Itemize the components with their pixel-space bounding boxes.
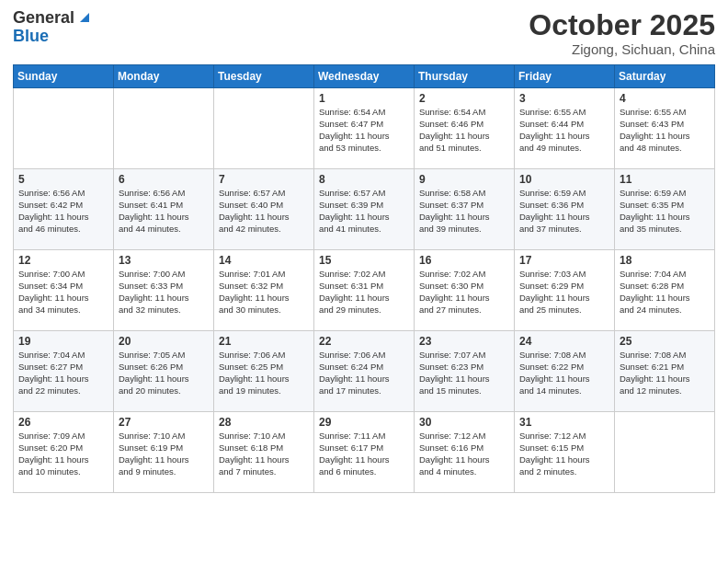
day-number: 17: [519, 254, 609, 267]
table-row: 23Sunrise: 7:07 AM Sunset: 6:23 PM Dayli…: [415, 331, 515, 412]
day-number: 13: [119, 254, 209, 267]
day-info: Sunrise: 7:06 AM Sunset: 6:25 PM Dayligh…: [219, 350, 309, 396]
day-number: 25: [620, 335, 710, 348]
day-number: 3: [519, 92, 609, 105]
table-row: 17Sunrise: 7:03 AM Sunset: 6:29 PM Dayli…: [515, 250, 615, 331]
day-info: Sunrise: 6:56 AM Sunset: 6:41 PM Dayligh…: [119, 188, 209, 235]
table-row: 24Sunrise: 7:08 AM Sunset: 6:22 PM Dayli…: [515, 331, 615, 412]
logo: General Blue: [13, 9, 91, 46]
table-row: 16Sunrise: 7:02 AM Sunset: 6:30 PM Dayli…: [415, 250, 515, 331]
day-number: 27: [119, 416, 209, 429]
calendar-week-row: 1Sunrise: 6:54 AM Sunset: 6:47 PM Daylig…: [14, 88, 715, 169]
table-row: 5Sunrise: 6:56 AM Sunset: 6:42 PM Daylig…: [14, 169, 114, 250]
day-info: Sunrise: 6:59 AM Sunset: 6:35 PM Dayligh…: [620, 188, 710, 235]
day-number: 16: [419, 254, 509, 267]
day-info: Sunrise: 7:09 AM Sunset: 6:20 PM Dayligh…: [18, 431, 108, 477]
day-info: Sunrise: 7:08 AM Sunset: 6:21 PM Dayligh…: [620, 350, 710, 396]
logo-triangle-icon: [76, 9, 91, 24]
day-number: 31: [519, 416, 609, 429]
table-row: 14Sunrise: 7:01 AM Sunset: 6:32 PM Dayli…: [214, 250, 314, 331]
day-info: Sunrise: 7:00 AM Sunset: 6:33 PM Dayligh…: [119, 269, 209, 316]
table-row: 30Sunrise: 7:12 AM Sunset: 6:16 PM Dayli…: [415, 412, 515, 493]
day-info: Sunrise: 6:56 AM Sunset: 6:42 PM Dayligh…: [18, 188, 108, 235]
day-info: Sunrise: 7:02 AM Sunset: 6:30 PM Dayligh…: [419, 269, 509, 316]
table-row: 19Sunrise: 7:04 AM Sunset: 6:27 PM Dayli…: [14, 331, 114, 412]
header-saturday: Saturday: [615, 65, 715, 88]
table-row: 12Sunrise: 7:00 AM Sunset: 6:34 PM Dayli…: [14, 250, 114, 331]
calendar-week-row: 26Sunrise: 7:09 AM Sunset: 6:20 PM Dayli…: [14, 412, 715, 493]
day-number: 1: [319, 92, 409, 105]
table-row: 7Sunrise: 6:57 AM Sunset: 6:40 PM Daylig…: [214, 169, 314, 250]
day-info: Sunrise: 7:02 AM Sunset: 6:31 PM Dayligh…: [319, 269, 409, 316]
logo-blue-text: Blue: [13, 27, 49, 45]
day-number: 28: [219, 416, 309, 429]
table-row: 11Sunrise: 6:59 AM Sunset: 6:35 PM Dayli…: [615, 169, 715, 250]
day-number: 10: [519, 173, 609, 186]
table-row: 13Sunrise: 7:00 AM Sunset: 6:33 PM Dayli…: [114, 250, 214, 331]
day-number: 23: [419, 335, 509, 348]
table-row: 25Sunrise: 7:08 AM Sunset: 6:21 PM Dayli…: [615, 331, 715, 412]
page-container: General Blue October 2025 Zigong, Sichua…: [0, 0, 728, 563]
day-number: 2: [419, 92, 509, 105]
table-row: 18Sunrise: 7:04 AM Sunset: 6:28 PM Dayli…: [615, 250, 715, 331]
day-info: Sunrise: 6:58 AM Sunset: 6:37 PM Dayligh…: [419, 188, 509, 235]
table-row: 21Sunrise: 7:06 AM Sunset: 6:25 PM Dayli…: [214, 331, 314, 412]
day-number: 24: [519, 335, 609, 348]
table-row: 6Sunrise: 6:56 AM Sunset: 6:41 PM Daylig…: [114, 169, 214, 250]
day-number: 22: [319, 335, 409, 348]
day-info: Sunrise: 7:12 AM Sunset: 6:16 PM Dayligh…: [419, 431, 509, 477]
table-row: 29Sunrise: 7:11 AM Sunset: 6:17 PM Dayli…: [314, 412, 415, 493]
header-friday: Friday: [515, 65, 615, 88]
table-row: 28Sunrise: 7:10 AM Sunset: 6:18 PM Dayli…: [214, 412, 314, 493]
header-thursday: Thursday: [415, 65, 515, 88]
day-number: 21: [219, 335, 309, 348]
calendar-location: Zigong, Sichuan, China: [529, 41, 715, 57]
table-row: 8Sunrise: 6:57 AM Sunset: 6:39 PM Daylig…: [314, 169, 415, 250]
day-info: Sunrise: 7:08 AM Sunset: 6:22 PM Dayligh…: [519, 350, 609, 396]
table-row: [14, 88, 114, 169]
day-number: 18: [620, 254, 710, 267]
day-number: 9: [419, 173, 509, 186]
day-info: Sunrise: 7:10 AM Sunset: 6:18 PM Dayligh…: [219, 431, 309, 477]
weekday-header-row: Sunday Monday Tuesday Wednesday Thursday…: [14, 65, 715, 88]
day-number: 20: [119, 335, 209, 348]
header-tuesday: Tuesday: [214, 65, 314, 88]
day-info: Sunrise: 6:54 AM Sunset: 6:46 PM Dayligh…: [419, 107, 509, 154]
header-monday: Monday: [114, 65, 214, 88]
table-row: [214, 88, 314, 169]
calendar-week-row: 12Sunrise: 7:00 AM Sunset: 6:34 PM Dayli…: [14, 250, 715, 331]
day-number: 15: [319, 254, 409, 267]
day-info: Sunrise: 6:55 AM Sunset: 6:43 PM Dayligh…: [620, 107, 710, 154]
table-row: 2Sunrise: 6:54 AM Sunset: 6:46 PM Daylig…: [415, 88, 515, 169]
table-row: 4Sunrise: 6:55 AM Sunset: 6:43 PM Daylig…: [615, 88, 715, 169]
day-number: 30: [419, 416, 509, 429]
day-info: Sunrise: 7:11 AM Sunset: 6:17 PM Dayligh…: [319, 431, 409, 477]
table-row: 27Sunrise: 7:10 AM Sunset: 6:19 PM Dayli…: [114, 412, 214, 493]
table-row: [114, 88, 214, 169]
day-info: Sunrise: 7:07 AM Sunset: 6:23 PM Dayligh…: [419, 350, 509, 396]
calendar-title: October 2025: [529, 9, 715, 41]
page-header: General Blue October 2025 Zigong, Sichua…: [13, 9, 715, 57]
day-number: 19: [18, 335, 108, 348]
svg-marker-0: [80, 13, 89, 22]
day-info: Sunrise: 6:57 AM Sunset: 6:40 PM Dayligh…: [219, 188, 309, 235]
day-number: 8: [319, 173, 409, 186]
table-row: 15Sunrise: 7:02 AM Sunset: 6:31 PM Dayli…: [314, 250, 415, 331]
day-info: Sunrise: 6:57 AM Sunset: 6:39 PM Dayligh…: [319, 188, 409, 235]
day-number: 14: [219, 254, 309, 267]
day-number: 26: [18, 416, 108, 429]
day-number: 6: [119, 173, 209, 186]
day-number: 12: [18, 254, 108, 267]
header-wednesday: Wednesday: [314, 65, 415, 88]
table-row: 26Sunrise: 7:09 AM Sunset: 6:20 PM Dayli…: [14, 412, 114, 493]
table-row: [615, 412, 715, 493]
day-number: 29: [319, 416, 409, 429]
day-info: Sunrise: 7:04 AM Sunset: 6:28 PM Dayligh…: [620, 269, 710, 316]
day-info: Sunrise: 6:59 AM Sunset: 6:36 PM Dayligh…: [519, 188, 609, 235]
calendar-week-row: 19Sunrise: 7:04 AM Sunset: 6:27 PM Dayli…: [14, 331, 715, 412]
day-info: Sunrise: 7:06 AM Sunset: 6:24 PM Dayligh…: [319, 350, 409, 396]
title-block: October 2025 Zigong, Sichuan, China: [529, 9, 715, 57]
logo-general-text: General: [13, 9, 74, 28]
table-row: 22Sunrise: 7:06 AM Sunset: 6:24 PM Dayli…: [314, 331, 415, 412]
day-info: Sunrise: 7:05 AM Sunset: 6:26 PM Dayligh…: [119, 350, 209, 396]
